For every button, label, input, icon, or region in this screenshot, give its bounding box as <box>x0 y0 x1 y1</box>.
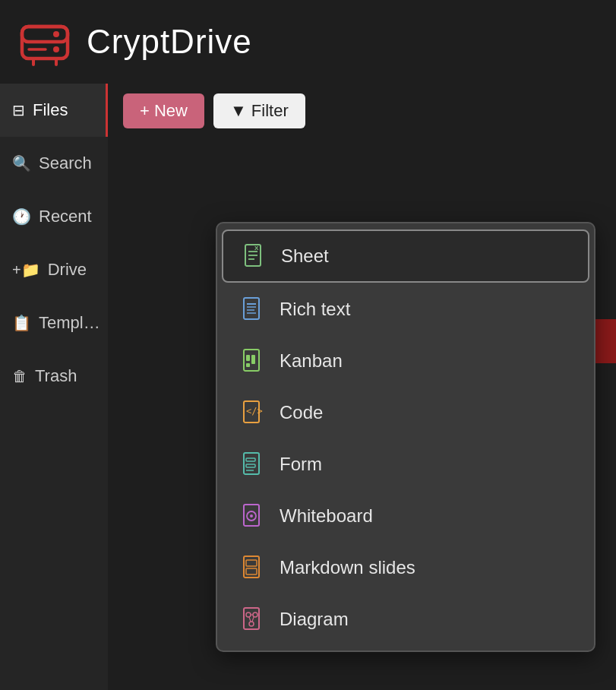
sidebar-label-recent: Recent <box>39 207 92 226</box>
sidebar-label-search: Search <box>39 154 92 173</box>
svg-line-38 <box>249 617 251 622</box>
dropdown-item-code[interactable]: </> Code <box>222 388 589 438</box>
dropdown-item-sheet[interactable]: X Sheet <box>222 229 589 283</box>
svg-point-36 <box>249 622 254 626</box>
drive-icon: +📁 <box>12 261 40 279</box>
app-logo <box>18 15 71 68</box>
svg-text:X: X <box>254 245 259 252</box>
svg-rect-19 <box>251 355 255 364</box>
dropdown-label-richtext: Rich text <box>280 299 350 320</box>
markdown-icon <box>240 555 266 581</box>
templates-icon: 📋 <box>12 314 31 332</box>
dropdown-label-kanban: Kanban <box>280 350 343 372</box>
toolbar: + New ▼ Filter <box>108 84 616 138</box>
sidebar-item-trash[interactable]: 🗑 Trash <box>0 350 108 403</box>
sidebar-label-drive: Drive <box>48 260 87 280</box>
app-title: CryptDrive <box>87 23 252 61</box>
sidebar-item-search[interactable]: 🔍 Search <box>0 137 108 190</box>
trash-icon: 🗑 <box>12 368 27 385</box>
dropdown-item-richtext[interactable]: Rich text <box>222 284 589 334</box>
svg-point-34 <box>246 612 251 617</box>
kanban-icon <box>240 348 266 374</box>
whiteboard-icon <box>240 503 266 529</box>
sidebar-label-trash: Trash <box>35 366 77 386</box>
sidebar-item-recent[interactable]: 🕐 Recent <box>0 190 108 243</box>
svg-rect-24 <box>246 458 255 461</box>
sidebar-item-templates[interactable]: 📋 Templ… <box>0 296 108 350</box>
svg-text:</>: </> <box>246 406 263 416</box>
sidebar-item-files[interactable]: ⊟ Files <box>0 84 108 137</box>
dropdown-item-form[interactable]: Form <box>222 439 589 489</box>
dropdown-label-code: Code <box>280 402 323 423</box>
svg-rect-23 <box>244 453 259 474</box>
dropdown-label-sheet: Sheet <box>281 245 329 267</box>
code-icon: </> <box>240 400 266 426</box>
sidebar-label-files: Files <box>33 100 68 120</box>
svg-rect-1 <box>22 27 68 42</box>
svg-point-35 <box>253 612 257 617</box>
svg-rect-32 <box>246 568 257 574</box>
svg-rect-25 <box>246 464 255 467</box>
svg-rect-18 <box>246 355 250 361</box>
filter-button[interactable]: ▼ Filter <box>213 93 305 128</box>
sidebar-label-templates: Templ… <box>39 313 100 333</box>
svg-rect-20 <box>246 363 250 367</box>
form-icon <box>240 451 266 477</box>
new-button[interactable]: + New <box>123 93 204 128</box>
dropdown-item-kanban[interactable]: Kanban <box>222 336 589 386</box>
new-dropdown-menu: X Sheet Rich text <box>216 222 595 652</box>
richtext-icon <box>240 296 266 322</box>
header: CryptDrive <box>0 0 616 84</box>
svg-line-39 <box>252 617 254 622</box>
sidebar: ⊟ Files 🔍 Search 🕐 Recent +📁 Drive 📋 Tem… <box>0 84 108 690</box>
dropdown-label-diagram: Diagram <box>280 609 349 630</box>
main-content: + New ▼ Filter X Sheet <box>108 84 616 690</box>
sidebar-item-drive[interactable]: +📁 Drive <box>0 243 108 296</box>
diagram-icon <box>240 606 266 632</box>
dropdown-item-markdown[interactable]: Markdown slides <box>222 543 589 593</box>
svg-point-29 <box>250 514 253 518</box>
dropdown-item-diagram[interactable]: Diagram <box>222 594 589 644</box>
dropdown-item-whiteboard[interactable]: Whiteboard <box>222 491 589 541</box>
svg-rect-31 <box>246 560 257 566</box>
sheet-icon: X <box>242 243 267 269</box>
search-icon: 🔍 <box>12 154 31 172</box>
svg-rect-12 <box>244 298 259 319</box>
files-icon: ⊟ <box>12 101 25 119</box>
dropdown-label-form: Form <box>280 454 322 475</box>
svg-point-3 <box>53 46 59 52</box>
recent-icon: 🕐 <box>12 207 31 226</box>
svg-point-2 <box>53 31 59 37</box>
dropdown-label-whiteboard: Whiteboard <box>280 505 373 527</box>
dropdown-label-markdown: Markdown slides <box>280 557 415 578</box>
